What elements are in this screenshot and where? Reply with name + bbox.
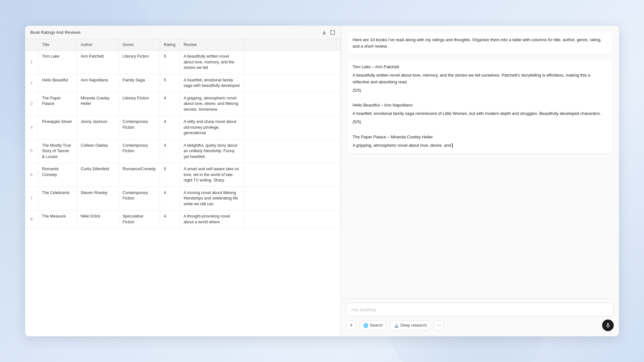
col-extra [244, 39, 341, 51]
cell-genre: Romance/Comedy [118, 163, 160, 187]
cell-author: Nikki Erlick [77, 210, 118, 228]
chat-input-placeholder: Ask anything [351, 307, 376, 312]
chat-book-score-0: (5/5) [353, 87, 607, 94]
search-globe-icon: 🌐 [363, 323, 368, 328]
cell-review: A moving novel about lifelong friendship… [180, 187, 244, 210]
cell-num: 6 [25, 163, 38, 187]
col-num [25, 39, 38, 51]
table-body: 1 Tom Lake Ann Patchett Literary Fiction… [25, 51, 341, 228]
cell-genre: Literary Fiction [118, 51, 160, 74]
cell-rating: 4 [160, 187, 180, 210]
cell-author: Colleen Oakley [77, 139, 118, 163]
chat-ai-message: Tom Lake – Ann PatchettA beautifully wri… [347, 59, 612, 153]
left-panel: Book Ratings And Reviews [25, 26, 341, 336]
table-row: 6 Romantic Comedy Curtis Sittenfeld Roma… [25, 163, 341, 187]
chat-input-area: Ask anything + 🌐 Search 🔬 Deep research … [341, 299, 619, 336]
chat-book-title-1: Hello Beautiful – Ann Napolitano [353, 102, 607, 108]
cell-num: 1 [25, 51, 38, 74]
cell-extra [244, 116, 341, 140]
cell-num: 8 [25, 210, 38, 228]
cell-extra [244, 139, 341, 163]
deep-research-button[interactable]: 🔬 Deep research [390, 320, 431, 330]
chat-messages: Here are 10 books I've read along with m… [341, 26, 619, 299]
cell-title: The Paper Palace [38, 92, 77, 116]
cell-review: A witty and sharp novel about old-money … [180, 116, 244, 140]
cell-rating: 5 [160, 51, 180, 74]
cell-title: The Measure [38, 210, 77, 228]
chat-book-review-2: A gripping, atmospheric novel about love… [353, 142, 607, 149]
chat-user-message: Here are 10 books I've read along with m… [347, 32, 612, 54]
mic-button[interactable] [602, 320, 614, 331]
search-label: Search [370, 323, 383, 328]
table-row: 4 Pineapple Street Jenny Jackson Contemp… [25, 116, 341, 140]
cell-genre: Contemporary Fiction [118, 116, 160, 140]
cell-num: 5 [25, 139, 38, 163]
cell-genre: Contemporary Fiction [118, 139, 160, 163]
cell-review: A beautifully written novel about love, … [180, 51, 244, 74]
expand-icon[interactable] [330, 30, 336, 35]
col-review: Review [180, 39, 244, 51]
chat-book-title-2: The Paper Palace – Miranda Cowley Heller [353, 134, 607, 140]
cell-review: A thought-provoking novel about a world … [180, 210, 244, 228]
cell-rating: 4 [160, 139, 180, 163]
cell-title: Pineapple Street [38, 116, 77, 140]
cell-extra [244, 187, 341, 210]
title-icons [321, 30, 336, 35]
more-button[interactable]: ··· [434, 320, 444, 330]
cell-genre: Contemporary Fiction [118, 187, 160, 210]
table-row: 3 The Paper Palace Miranda Cowley Heller… [25, 92, 341, 116]
chat-toolbar: + 🌐 Search 🔬 Deep research ··· [346, 320, 614, 331]
cell-title: Romantic Comedy [38, 163, 77, 187]
plus-button[interactable]: + [346, 320, 356, 330]
spreadsheet-title-bar: Book Ratings And Reviews [25, 26, 341, 39]
cell-extra [244, 74, 341, 92]
spreadsheet-title: Book Ratings And Reviews [30, 30, 80, 35]
cell-author: Ann Patchett [77, 51, 118, 74]
books-table: Title Author Genre Rating Review 1 Tom L… [25, 39, 341, 228]
chat-book-review-1: A heartfelt, emotional family saga remin… [353, 110, 607, 117]
cell-extra [244, 51, 341, 74]
deep-research-label: Deep research [401, 323, 427, 328]
cell-rating: 5 [160, 74, 180, 92]
cell-title: The Mostly True Story of Tanner & Louise [38, 139, 77, 163]
col-rating: Rating [160, 39, 180, 51]
chat-book-score-1: (5/5) [353, 119, 607, 125]
chat-book-review-0: A beautifully written novel about love, … [353, 72, 607, 85]
col-author: Author [77, 39, 118, 51]
cell-rating: 5 [160, 163, 180, 187]
col-genre: Genre [118, 39, 160, 51]
cell-num: 7 [25, 187, 38, 210]
cell-genre: Family Saga [118, 74, 160, 92]
cell-genre: Speculative Fiction [118, 210, 160, 228]
table-row: 8 The Measure Nikki Erlick Speculative F… [25, 210, 341, 228]
chat-book-title-0: Tom Lake – Ann Patchett [353, 64, 607, 70]
table-row: 2 Hello Beautiful Ann Napolitano Family … [25, 74, 341, 92]
deep-research-icon: 🔬 [394, 323, 399, 328]
cell-num: 3 [25, 92, 38, 116]
cell-author: Curtis Sittenfeld [77, 163, 118, 187]
chat-user-text: Here are 10 books I've read along with m… [353, 37, 607, 50]
cell-rating: 4 [160, 92, 180, 116]
cell-num: 4 [25, 116, 38, 140]
chat-input-box[interactable]: Ask anything [346, 303, 614, 316]
download-icon[interactable] [321, 30, 327, 35]
text-cursor [452, 143, 453, 148]
cell-review: A delightful, quirky story about an unli… [180, 139, 244, 163]
cell-author: Jenny Jackson [77, 116, 118, 140]
table-header-row: Title Author Genre Rating Review [25, 39, 341, 51]
cell-title: Tom Lake [38, 51, 77, 74]
cell-extra [244, 210, 341, 228]
table-row: 1 Tom Lake Ann Patchett Literary Fiction… [25, 51, 341, 74]
cell-review: A heartfelt, emotional family saga with … [180, 74, 244, 92]
cell-extra [244, 163, 341, 187]
cell-extra [244, 92, 341, 116]
table-wrapper: Title Author Genre Rating Review 1 Tom L… [25, 39, 341, 336]
search-button[interactable]: 🌐 Search [359, 320, 387, 330]
cell-num: 2 [25, 74, 38, 92]
cell-author: Ann Napolitano [77, 74, 118, 92]
right-panel: Here are 10 books I've read along with m… [341, 26, 619, 336]
cell-title: The Celebrants [38, 187, 77, 210]
chat-ai-content: Tom Lake – Ann PatchettA beautifully wri… [353, 64, 607, 149]
cell-review: A gripping, atmospheric novel about love… [180, 92, 244, 116]
table-row: 5 The Mostly True Story of Tanner & Loui… [25, 139, 341, 163]
